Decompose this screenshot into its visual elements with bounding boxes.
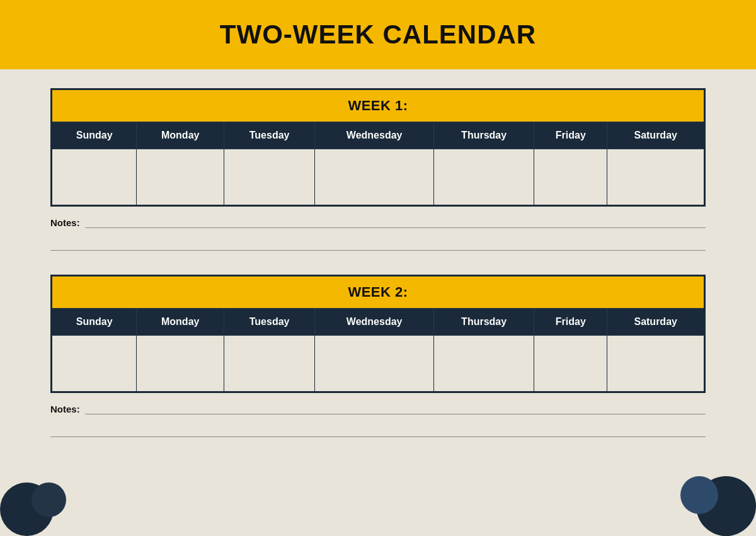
week1-header-row: WEEK 1: [52,89,705,122]
week2-days-row: Sunday Monday Tuesday Wednesday Thursday… [52,309,705,336]
week1-section: WEEK 1: Sunday Monday Tuesday Wednesday … [50,88,706,256]
week1-cell-sunday[interactable] [52,149,137,206]
week2-day-sunday: Sunday [52,309,137,336]
main-content: WEEK 1: Sunday Monday Tuesday Wednesday … [0,69,756,480]
week1-day-wednesday: Wednesday [315,122,434,149]
week2-cell-friday[interactable] [534,336,607,392]
week1-day-monday: Monday [137,122,224,149]
week1-day-tuesday: Tuesday [224,122,314,149]
decoration-bottom-left [0,473,76,536]
week2-notes-label: Notes: [50,404,80,414]
week2-day-tuesday: Tuesday [224,309,314,336]
week1-cell-thursday[interactable] [434,149,534,206]
week2-day-monday: Monday [137,309,224,336]
week1-cell-saturday[interactable] [607,149,705,206]
week2-day-thursday: Thursday [434,309,534,336]
week1-days-row: Sunday Monday Tuesday Wednesday Thursday… [52,122,705,149]
week2-content-row [52,336,705,392]
week2-cell-sunday[interactable] [52,336,137,392]
week1-notes-label: Notes: [50,217,80,228]
week2-notes-first-line: Notes: [50,401,706,414]
week1-header-cell: WEEK 1: [52,89,705,122]
week2-cell-saturday[interactable] [607,336,705,392]
week2-cell-thursday[interactable] [434,336,534,392]
week2-header-cell: WEEK 2: [52,276,705,309]
week1-cell-tuesday[interactable] [224,149,314,206]
week1-table: WEEK 1: Sunday Monday Tuesday Wednesday … [50,88,706,207]
week2-notes: Notes: [50,401,706,442]
week2-header-row: WEEK 2: [52,276,705,309]
week2-table: WEEK 2: Sunday Monday Tuesday Wednesday … [50,275,706,393]
week1-notes-line2[interactable] [50,236,706,251]
week2-cell-tuesday[interactable] [224,336,314,392]
week2-notes-line1[interactable] [85,401,706,414]
week1-notes-line1[interactable] [85,214,706,228]
week1-cell-friday[interactable] [534,149,607,206]
week1-notes-first-line: Notes: [50,214,706,228]
week1-notes: Notes: [50,214,706,256]
week2-day-friday: Friday [534,309,607,336]
week1-day-friday: Friday [534,122,607,149]
week2-notes-line2[interactable] [50,422,706,437]
week2-section: WEEK 2: Sunday Monday Tuesday Wednesday … [50,275,706,442]
page-header: TWO-WEEK CALENDAR [0,0,756,69]
week1-day-saturday: Saturday [607,122,705,149]
week1-cell-monday[interactable] [137,149,224,206]
page-title: TWO-WEEK CALENDAR [220,20,536,50]
week1-day-sunday: Sunday [52,122,137,149]
week2-day-wednesday: Wednesday [315,309,434,336]
week2-cell-monday[interactable] [137,336,224,392]
week1-day-thursday: Thursday [434,122,534,149]
week2-cell-wednesday[interactable] [315,336,434,392]
week2-day-saturday: Saturday [607,309,705,336]
week1-content-row [52,149,705,206]
week1-cell-wednesday[interactable] [315,149,434,206]
